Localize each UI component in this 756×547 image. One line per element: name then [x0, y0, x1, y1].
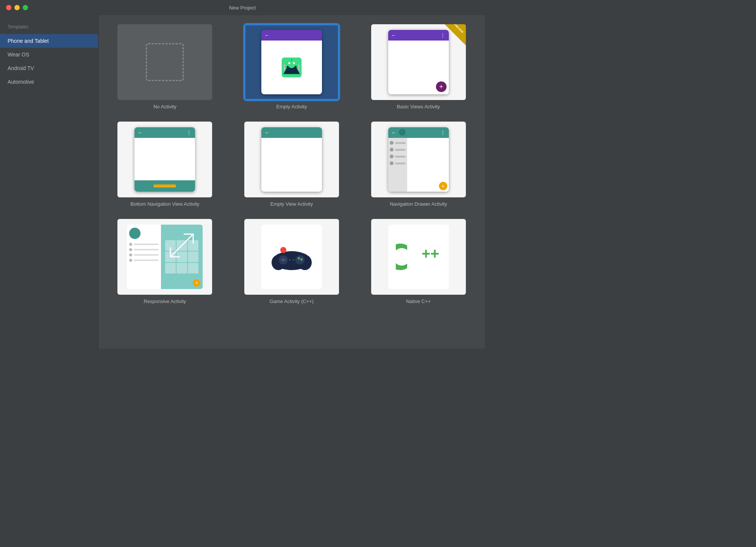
bottom-nav-bar	[134, 180, 195, 192]
responsive-list-item-4	[129, 259, 159, 262]
nav-drawer-phone-bar: ← ⋮	[388, 127, 449, 138]
drawer-item-4	[390, 161, 406, 165]
nav-drawer-label: Navigation Drawer Activity	[390, 201, 447, 207]
responsive-arrow-icon	[163, 227, 201, 264]
drawer-item-3	[390, 155, 406, 158]
back-arrow-icon: ←	[391, 32, 397, 38]
bottom-nav-mockup: ← ⋮	[134, 127, 195, 192]
drawer-panel	[388, 138, 407, 192]
game-cpp-preview	[244, 219, 339, 295]
responsive-header-circle	[129, 228, 141, 239]
bottom-nav-indicator	[153, 184, 176, 188]
empty-activity-mockup: ←	[261, 30, 322, 94]
svg-rect-17	[281, 259, 286, 260]
bottom-nav-phone-body	[134, 138, 195, 192]
no-activity-label: No Activity	[153, 104, 177, 109]
close-button[interactable]	[6, 5, 11, 10]
svg-point-21	[289, 259, 291, 261]
back-arrow-icon: ←	[264, 130, 270, 136]
android-logo	[278, 54, 305, 81]
window-title: New Project	[229, 5, 256, 11]
empty-view-mockup: ←	[261, 127, 322, 192]
empty-view-label: Empty View Activity	[270, 201, 313, 207]
fab-button: +	[436, 81, 447, 92]
game-mockup	[261, 225, 322, 289]
responsive-label: Responsive Activity	[144, 299, 186, 304]
bottom-nav-preview: ← ⋮	[117, 122, 212, 197]
responsive-list-item-2	[129, 248, 159, 251]
title-bar: New Project	[0, 0, 485, 15]
responsive-left-panel	[127, 225, 161, 289]
template-card-nav-drawer[interactable]: ← ⋮	[364, 122, 473, 207]
sidebar: Templates Phone and Tablet Wear OS Andro…	[0, 15, 98, 349]
more-vert-icon: ⋮	[186, 130, 192, 136]
empty-view-phone-body	[261, 138, 322, 192]
back-arrow-icon: ←	[137, 130, 143, 136]
svg-point-19	[300, 258, 303, 261]
basic-views-label: Basic Views Activity	[397, 104, 440, 109]
responsive-preview: +	[117, 219, 212, 295]
grid-cell	[165, 263, 176, 274]
empty-view-preview: ←	[244, 122, 339, 197]
sidebar-item-phone-tablet[interactable]: Phone and Tablet	[0, 34, 98, 48]
template-card-empty-view[interactable]: ← Empty View Activity	[237, 122, 346, 207]
template-card-game-cpp[interactable]: Game Activity (C++)	[237, 219, 346, 304]
template-card-empty-activity[interactable]: ←	[237, 24, 346, 109]
svg-point-22	[293, 259, 294, 261]
responsive-list-item-1	[129, 243, 159, 246]
more-vert-icon: ⋮	[440, 130, 446, 136]
responsive-mockup: +	[127, 225, 203, 289]
empty-view-phone-bar: ←	[261, 127, 322, 138]
game-cpp-label: Game Activity (C++)	[270, 299, 314, 304]
template-card-bottom-nav[interactable]: ← ⋮ Bottom Navigation View Activity	[111, 122, 219, 207]
maximize-button[interactable]	[23, 5, 28, 10]
responsive-right-panel: +	[161, 225, 203, 289]
nav-drawer-phone-body: +	[388, 138, 449, 192]
back-arrow-icon: ←	[391, 130, 397, 136]
grid-cell	[177, 263, 187, 274]
sidebar-item-wear-os[interactable]: Wear OS	[0, 48, 98, 61]
sidebar-item-android-tv[interactable]: Android TV	[0, 61, 98, 75]
bottom-nav-content	[134, 138, 195, 180]
nav-drawer-mockup: ← ⋮	[388, 127, 449, 192]
responsive-list-item-3	[129, 253, 159, 256]
drawer-main: +	[407, 138, 449, 192]
content-area: No Activity ←	[98, 15, 485, 349]
basic-views-phone-bar: ← ⋮	[388, 30, 449, 41]
game-controller-icon	[269, 242, 314, 272]
svg-rect-7	[298, 64, 300, 71]
window-controls	[6, 5, 28, 10]
sidebar-section-label: Templates	[0, 21, 98, 34]
responsive-fab: +	[193, 279, 200, 287]
drawer-fab: +	[439, 182, 447, 190]
svg-point-18	[298, 257, 300, 259]
nav-circle	[399, 129, 406, 136]
basic-views-phone-body: +	[388, 41, 449, 94]
native-cpp-preview: ++	[371, 219, 466, 295]
template-card-responsive[interactable]: + Responsive Activity	[111, 219, 219, 304]
no-activity-preview	[117, 24, 212, 100]
empty-activity-phone-bar: ←	[261, 30, 322, 41]
nav-drawer-preview: ← ⋮	[371, 122, 466, 197]
bottom-nav-phone-bar: ← ⋮	[134, 127, 195, 138]
minimize-button[interactable]	[14, 5, 20, 10]
empty-activity-phone-body	[261, 41, 322, 94]
sidebar-item-automotive[interactable]: Automotive	[0, 75, 98, 89]
svg-line-8	[170, 234, 193, 257]
svg-rect-6	[284, 64, 285, 71]
basic-views-preview: PREVIEW ← ⋮ +	[371, 24, 466, 100]
svg-point-15	[295, 255, 305, 264]
dashed-rect	[146, 43, 184, 81]
template-card-native-cpp[interactable]: ++ Native C++	[364, 219, 473, 304]
svg-point-5	[293, 62, 295, 64]
drawer-item-2	[390, 148, 406, 152]
svg-point-4	[288, 62, 290, 64]
empty-activity-preview: ←	[244, 24, 339, 100]
back-arrow-icon: ←	[264, 32, 270, 38]
cpp-logo-icon: ++	[396, 238, 441, 276]
svg-point-20	[280, 247, 286, 253]
template-card-no-activity[interactable]: No Activity	[111, 24, 219, 109]
drawer-item-1	[390, 141, 406, 145]
template-card-basic-views[interactable]: PREVIEW ← ⋮ + Basic Views Activity	[364, 24, 473, 109]
basic-views-mockup: ← ⋮ +	[388, 30, 449, 94]
